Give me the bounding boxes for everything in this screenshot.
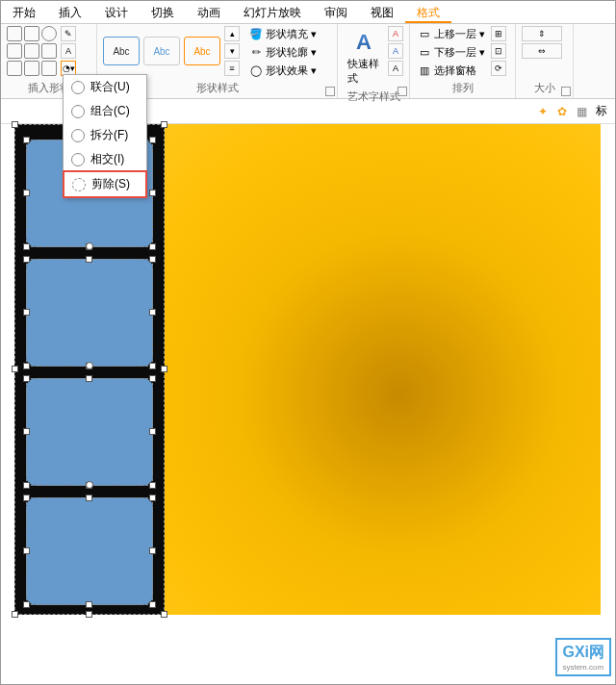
- merge-union[interactable]: 联合(U): [64, 75, 146, 99]
- wordart-launcher[interactable]: [398, 87, 407, 96]
- align-button[interactable]: ⊞: [491, 26, 506, 41]
- style-gallery-scroll[interactable]: ▴▾≡: [224, 26, 240, 76]
- width-input[interactable]: ⇔: [522, 43, 562, 59]
- subtract-icon: [72, 178, 86, 191]
- tab-view[interactable]: 视图: [359, 1, 405, 23]
- tab-transition[interactable]: 切换: [140, 1, 186, 23]
- text-fill-button[interactable]: A: [388, 26, 403, 41]
- text-outline-button[interactable]: A: [388, 43, 403, 59]
- bring-forward-button[interactable]: ▭上移一层▾: [416, 26, 487, 42]
- edit-shape-button[interactable]: ✎: [61, 26, 76, 41]
- watermark: GXi网 system.com: [555, 638, 611, 676]
- gear-icon[interactable]: ✿: [557, 105, 571, 118]
- group-wordart-style: A 快速样式 A A A 艺术字样式: [338, 24, 410, 98]
- merge-subtract[interactable]: 剪除(S): [63, 170, 147, 198]
- shape-gallery[interactable]: [7, 26, 57, 76]
- merge-combine[interactable]: 组合(C): [64, 99, 146, 123]
- shape-style-1[interactable]: Abc: [103, 37, 140, 65]
- fragment-icon: [71, 129, 85, 142]
- selection-pane-icon: ▥: [418, 64, 431, 78]
- merge-intersect[interactable]: 相交(I): [64, 147, 146, 171]
- group-size: ⇕ ⇔ 大小: [516, 24, 574, 98]
- merge-fragment[interactable]: 拆分(F): [64, 123, 146, 147]
- union-icon: [71, 81, 85, 94]
- paint-bucket-icon: 🪣: [249, 28, 263, 41]
- tab-insert[interactable]: 插入: [47, 1, 93, 23]
- rotate-button[interactable]: ⟳: [491, 61, 506, 76]
- group-arrange: ▭上移一层▾ ▭下移一层▾ ▥选择窗格 ⊞ ⊡ ⟳ 排列: [410, 24, 516, 98]
- shape-effects-button[interactable]: ◯形状效果▾: [247, 63, 319, 79]
- tab-review[interactable]: 审阅: [313, 1, 359, 23]
- outline-icon: ✏: [249, 46, 263, 60]
- send-backward-icon: ▭: [418, 46, 431, 60]
- film-cell-4[interactable]: [26, 497, 153, 605]
- tab-slideshow[interactable]: 幻灯片放映: [232, 1, 313, 23]
- tab-design[interactable]: 设计: [93, 1, 140, 23]
- combine-icon: [71, 105, 85, 118]
- tab-format[interactable]: 格式: [405, 1, 451, 23]
- shape-fill-button[interactable]: 🪣形状填充▾: [247, 26, 319, 42]
- group-label-arrange: 排列: [416, 81, 509, 96]
- merge-shapes-menu: 联合(U) 组合(C) 拆分(F) 相交(I) 剪除(S): [63, 74, 147, 198]
- quick-style-button[interactable]: A 快速样式: [344, 26, 384, 89]
- group-button[interactable]: ⊡: [491, 43, 506, 59]
- group-label-size: 大小: [522, 81, 567, 96]
- height-input[interactable]: ⇕: [522, 26, 562, 41]
- bring-forward-icon: ▭: [418, 28, 431, 41]
- film-cell-3[interactable]: [26, 378, 153, 486]
- group-label-wordart: 艺术字样式: [344, 89, 403, 105]
- intersect-icon: [71, 153, 85, 166]
- film-cell-2[interactable]: [26, 259, 153, 367]
- text-box-button[interactable]: A: [61, 43, 76, 59]
- grid-icon[interactable]: ▦: [577, 105, 590, 118]
- tab-home[interactable]: 开始: [1, 1, 47, 23]
- send-backward-button[interactable]: ▭下移一层▾: [416, 44, 487, 61]
- shape-style-launcher[interactable]: [325, 87, 335, 96]
- slide-canvas[interactable]: GXi网 system.com: [1, 124, 616, 682]
- selection-pane-button[interactable]: ▥选择窗格: [416, 63, 487, 79]
- star-icon[interactable]: ✦: [538, 105, 552, 118]
- text-effects-button[interactable]: A: [388, 61, 403, 76]
- size-launcher[interactable]: [561, 87, 571, 96]
- wordart-icon: A: [356, 30, 372, 55]
- shape-outline-button[interactable]: ✏形状轮廓▾: [247, 44, 319, 61]
- tag-label[interactable]: 标: [596, 103, 607, 119]
- shape-style-2[interactable]: Abc: [143, 37, 180, 65]
- tab-animation[interactable]: 动画: [186, 1, 232, 23]
- shape-style-3[interactable]: Abc: [184, 37, 220, 65]
- ribbon-tabs: 开始 插入 设计 切换 动画 幻灯片放映 审阅 视图 格式: [1, 1, 615, 24]
- effects-icon: ◯: [249, 64, 263, 78]
